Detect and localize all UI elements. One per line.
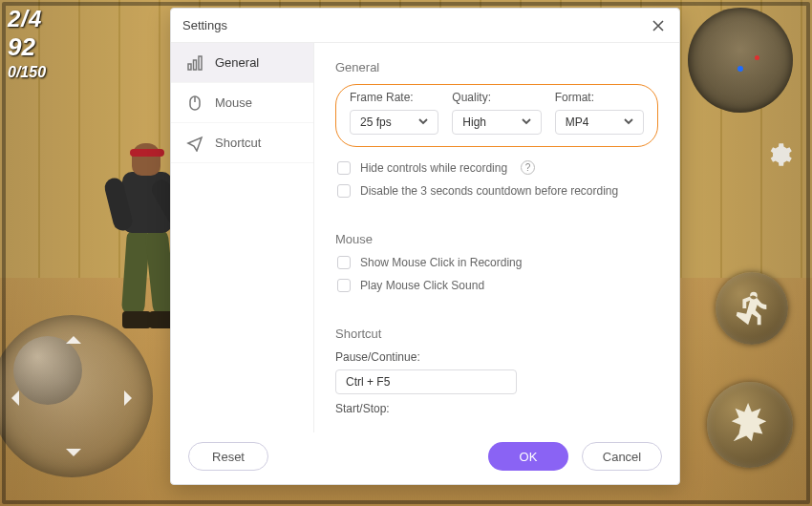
gear-icon[interactable] bbox=[766, 141, 793, 168]
ok-button[interactable]: OK bbox=[488, 442, 568, 471]
hud-ammo: 0/150 bbox=[8, 64, 46, 81]
format-select[interactable]: MP4 bbox=[555, 110, 644, 135]
pause-continue-label: Pause/Continue: bbox=[335, 350, 658, 364]
quality-select[interactable]: High bbox=[452, 110, 541, 135]
paper-plane-icon bbox=[186, 135, 203, 152]
section-shortcut-title: Shortcut bbox=[335, 327, 658, 341]
reset-button[interactable]: Reset bbox=[188, 442, 268, 471]
svg-rect-0 bbox=[188, 64, 191, 70]
help-icon[interactable]: ? bbox=[521, 160, 535, 175]
format-label: Format: bbox=[555, 91, 644, 104]
settings-content: General Frame Rate: Quality: Format: 25 … bbox=[314, 43, 679, 432]
svg-rect-1 bbox=[194, 60, 197, 70]
bar-chart-icon bbox=[186, 54, 203, 72]
hide-controls-label: Hide controls while recording bbox=[360, 161, 507, 175]
hide-controls-checkbox[interactable] bbox=[337, 161, 351, 175]
game-hud: 2/4 92 0/150 bbox=[8, 6, 46, 81]
joystick-left-icon bbox=[4, 390, 19, 406]
chevron-down-icon bbox=[522, 116, 531, 129]
cancel-button[interactable]: Cancel bbox=[582, 442, 662, 471]
dialog-footer: Reset OK Cancel bbox=[171, 432, 679, 484]
disable-countdown-checkbox[interactable] bbox=[337, 184, 351, 198]
start-stop-label: Start/Stop: bbox=[335, 402, 658, 415]
joystick-down-icon bbox=[66, 449, 81, 464]
chevron-down-icon bbox=[624, 116, 633, 129]
play-sound-checkbox[interactable] bbox=[337, 279, 351, 292]
play-sound-label: Play Mouse Click Sound bbox=[360, 279, 484, 292]
section-mouse-title: Mouse bbox=[335, 232, 658, 246]
dialog-header: Settings bbox=[171, 9, 679, 43]
close-button[interactable] bbox=[649, 16, 668, 35]
sidebar-item-label: Shortcut bbox=[215, 136, 261, 150]
quality-value: High bbox=[462, 116, 486, 129]
chevron-down-icon bbox=[418, 116, 428, 129]
quality-label: Quality: bbox=[452, 91, 541, 104]
settings-sidebar: General Mouse Shortcut bbox=[171, 43, 314, 432]
show-click-label: Show Mouse Click in Recording bbox=[360, 256, 522, 269]
format-value: MP4 bbox=[566, 116, 589, 129]
section-general-title: General bbox=[335, 60, 658, 74]
close-icon bbox=[652, 20, 664, 32]
frame-rate-select[interactable]: 25 fps bbox=[350, 110, 438, 135]
frame-rate-label: Frame Rate: bbox=[350, 91, 438, 104]
frame-rate-value: 25 fps bbox=[360, 116, 392, 129]
sidebar-item-general[interactable]: General bbox=[171, 43, 313, 83]
joystick-right-icon bbox=[124, 390, 139, 406]
pause-continue-input[interactable]: Ctrl + F5 bbox=[335, 369, 517, 394]
hud-score: 92 bbox=[8, 32, 46, 62]
sidebar-item-shortcut[interactable]: Shortcut bbox=[171, 123, 313, 163]
game-action-run[interactable] bbox=[716, 272, 788, 345]
dialog-title: Settings bbox=[182, 18, 227, 32]
recording-options-highlight: Frame Rate: Quality: Format: 25 fps High… bbox=[335, 84, 658, 147]
minimap-dot bbox=[755, 55, 759, 60]
show-click-checkbox[interactable] bbox=[337, 256, 351, 269]
mouse-icon bbox=[186, 95, 203, 112]
sidebar-item-label: General bbox=[215, 55, 259, 70]
sidebar-item-mouse[interactable]: Mouse bbox=[171, 83, 313, 123]
disable-countdown-label: Disable the 3 seconds countdown before r… bbox=[360, 184, 618, 198]
pause-continue-value: Ctrl + F5 bbox=[346, 375, 390, 389]
sidebar-item-label: Mouse bbox=[215, 95, 252, 110]
game-action-shoot[interactable] bbox=[707, 382, 793, 468]
svg-rect-2 bbox=[199, 56, 202, 70]
joystick-up-icon bbox=[66, 328, 81, 344]
settings-dialog: Settings General Mouse Shortcut General … bbox=[170, 8, 680, 485]
minimap[interactable] bbox=[688, 8, 793, 113]
joystick-stick[interactable] bbox=[13, 336, 82, 405]
hud-counter: 2/4 bbox=[8, 6, 46, 32]
